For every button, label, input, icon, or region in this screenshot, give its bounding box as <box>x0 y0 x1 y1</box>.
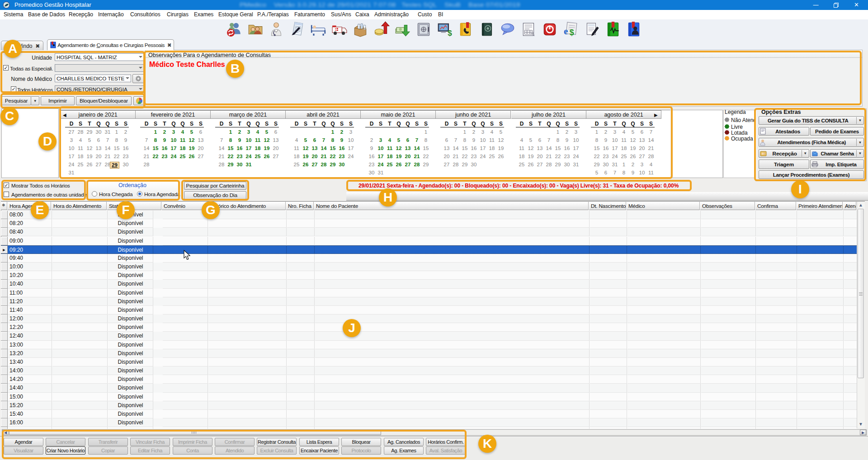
svg-text:$: $ <box>570 28 574 37</box>
svg-text:e: e <box>564 26 568 37</box>
svg-text:$: $ <box>448 29 452 38</box>
